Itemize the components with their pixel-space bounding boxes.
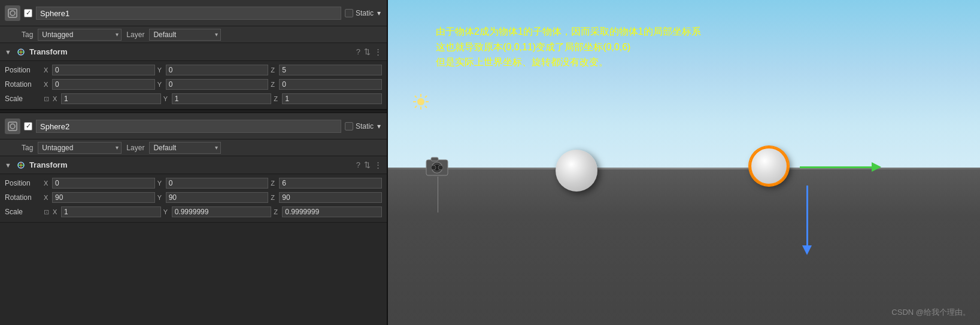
sphere1-pos-z-input[interactable] (279, 65, 382, 75)
sphere2-more-icon[interactable]: ⋮ (374, 160, 382, 169)
sphere2-scl-z-input[interactable] (282, 206, 382, 217)
camera-object (423, 153, 453, 177)
sphere2-layer-label: Layer (126, 144, 144, 152)
svg-point-22 (431, 165, 436, 170)
sphere1-active-checkbox[interactable]: ✓ (24, 9, 32, 17)
sphere2-object-icon (5, 119, 20, 134)
sphere2-name-field[interactable]: Sphere2 (36, 120, 341, 133)
sphere2-position-row: Position X Y Z (5, 177, 382, 190)
sphere1-rot-y-field: Y (157, 79, 269, 90)
sphere2-pos-y-input[interactable] (166, 178, 269, 189)
svg-point-23 (438, 165, 443, 170)
svg-point-6 (10, 124, 15, 129)
sphere2-tag-layer-row: Tag Untagged ▾ Layer Default ▾ (0, 139, 387, 156)
sphere1-layer-dropdown[interactable]: Default ▾ (149, 29, 221, 41)
sphere2-pos-y-label: Y (157, 180, 165, 187)
scene-ground (388, 169, 980, 325)
sphere2-rot-x-label: X (44, 194, 51, 201)
svg-line-17 (425, 96, 427, 98)
sphere2-pos-x-field: X (44, 178, 155, 189)
sphere1-rot-z-input[interactable] (279, 79, 382, 90)
sphere1-layer-arrow: ▾ (215, 31, 218, 38)
annotation-text: 由于物体2成为物体1的子物体，因而采取的物体1的局部坐标系 这也就导致原本(0,… (436, 24, 701, 70)
sphere1-pos-x-input[interactable] (52, 65, 155, 75)
sphere1-object (556, 150, 597, 192)
sphere2-rot-z-field: Z (271, 192, 382, 203)
sphere2-scl-x-label: X (53, 208, 60, 215)
sphere2-static-dropdown-arrow[interactable]: ▾ (376, 122, 382, 130)
scene-panel: 由于物体2成为物体1的子物体，因而采取的物体1的局部坐标系 这也就导致原本(0,… (388, 0, 980, 325)
sphere2-rot-x-input[interactable] (52, 192, 155, 203)
sphere2-layer-dropdown[interactable]: Default ▾ (149, 142, 221, 154)
sphere1-rot-y-input[interactable] (166, 79, 269, 90)
svg-rect-5 (8, 122, 17, 130)
svg-rect-0 (8, 9, 17, 17)
sphere1-pos-y-input[interactable] (166, 65, 269, 75)
sphere1-rot-y-label: Y (157, 81, 165, 88)
sphere2-rot-z-input[interactable] (279, 192, 382, 203)
sphere1-pos-y-label: Y (157, 66, 165, 74)
sphere2-scl-z-field: Z (274, 206, 382, 217)
sphere2-rot-y-label: Y (157, 194, 165, 201)
x-axis-arrow (800, 162, 881, 172)
sphere2-active-checkbox[interactable]: ✓ (24, 122, 32, 130)
sphere1-collapse-arrow[interactable]: ▼ (5, 48, 11, 56)
sphere2-pos-x-input[interactable] (52, 178, 155, 189)
sphere1-settings-icon[interactable]: ⇅ (364, 47, 371, 56)
sphere2-static-section: Static ▾ (345, 122, 382, 130)
sphere2-transform-icon (16, 160, 26, 170)
sphere1-static-dropdown-arrow[interactable]: ▾ (376, 9, 382, 17)
sphere2-layer-arrow: ▾ (215, 144, 218, 151)
sphere2-settings-icon[interactable]: ⇅ (364, 160, 371, 169)
sphere1-help-icon[interactable]: ? (356, 47, 360, 56)
sphere2-collapse-arrow[interactable]: ▼ (5, 162, 11, 169)
sphere2-rot-y-field: Y (157, 192, 269, 203)
sphere1-tag-label: Tag (22, 31, 33, 39)
sphere2-scl-y-field: Y (163, 206, 272, 217)
sphere2-transform-icons: ? ⇅ ⋮ (356, 160, 382, 169)
sphere2-pos-z-input[interactable] (279, 178, 382, 189)
y-axis-line (806, 186, 808, 245)
svg-line-18 (415, 106, 417, 108)
sphere2-rot-z-label: Z (271, 194, 278, 201)
sphere1-position-label: Position (5, 66, 44, 74)
sphere1-transform-title: Transform (29, 47, 353, 56)
sphere2-transform-title: Transform (29, 160, 353, 169)
sphere2-scale-xyz: ⊡ X Y Z (44, 206, 382, 217)
y-axis-arrow (802, 186, 812, 255)
sphere1-object-icon (5, 5, 20, 21)
sphere2-static-checkbox[interactable] (345, 122, 353, 130)
sphere1-static-label: Static (356, 9, 374, 17)
sphere1-scl-y-input[interactable] (172, 93, 272, 104)
sphere2-scl-y-input[interactable] (172, 206, 272, 217)
sphere2-scl-x-input[interactable] (61, 206, 161, 217)
sphere1-pos-x-label: X (44, 66, 51, 74)
sphere1-rot-z-field: Z (271, 79, 382, 90)
sphere1-rot-x-input[interactable] (52, 79, 155, 90)
sphere2-tag-dropdown[interactable]: Untagged ▾ (38, 142, 122, 154)
sphere2-rot-y-input[interactable] (166, 192, 269, 203)
sphere1-pos-x-field: X (44, 65, 155, 75)
sphere1-transform-icon (16, 47, 26, 57)
sphere1-more-icon[interactable]: ⋮ (374, 47, 382, 56)
sphere2-transform-header: ▼ Transform ? ⇅ ⋮ (0, 156, 387, 174)
sphere1-scl-y-field: Y (163, 93, 272, 104)
sphere1-tag-dropdown[interactable]: Untagged ▾ (38, 29, 122, 41)
sphere2-static-label: Static (356, 122, 374, 130)
sphere1-pos-z-field: Z (271, 65, 382, 75)
sphere1-transform-fields: Position X Y Z Rotation X (0, 61, 387, 110)
sphere1-scl-x-input[interactable] (61, 93, 161, 104)
sphere1-rotation-label: Rotation (5, 80, 44, 89)
sphere1-name-field[interactable]: Sphere1 (36, 7, 341, 20)
sphere2-scl-y-label: Y (163, 208, 171, 215)
watermark: CSDN @给我个理由。 (891, 307, 970, 318)
sphere2-tag-arrow: ▾ (116, 144, 119, 151)
sphere2-help-icon[interactable]: ? (356, 160, 360, 169)
sphere1-scl-z-input[interactable] (282, 93, 382, 104)
sphere2-pos-y-field: Y (157, 178, 269, 189)
sphere2-position-label: Position (5, 179, 44, 187)
sphere1-scl-x-field: X (53, 93, 161, 104)
svg-rect-24 (431, 157, 438, 161)
sphere2-scale-label: Scale (5, 208, 44, 216)
sphere1-static-checkbox[interactable] (345, 9, 353, 17)
